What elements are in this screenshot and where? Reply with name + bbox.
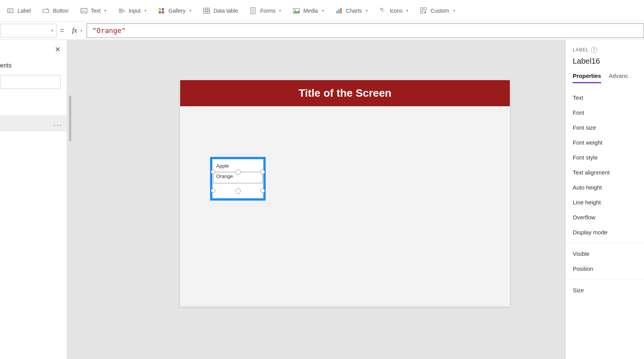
properties-panel: LABEL ? Label16 Properties Advanc Text F… (565, 40, 644, 359)
ribbon-charts[interactable]: Charts ▾ (332, 5, 371, 17)
svg-point-23 (295, 9, 296, 10)
screen-title-label[interactable]: Title of the Screen (180, 80, 510, 106)
ribbon-datatable-text: Data table (214, 8, 238, 14)
media-icon (292, 7, 300, 15)
chevron-down-icon: ▾ (322, 8, 324, 13)
svg-rect-9 (159, 8, 161, 10)
tree-item-selected[interactable]: ... (0, 115, 67, 132)
prop-font[interactable]: Font (573, 105, 644, 120)
svg-rect-11 (159, 11, 161, 13)
fx-label: fx (72, 26, 77, 35)
formula-text: "Orange" (92, 26, 126, 35)
ribbon-input[interactable]: Input ▾ (114, 5, 150, 17)
chevron-down-icon: ▾ (453, 8, 455, 13)
ribbon-gallery[interactable]: Gallery ▾ (154, 5, 195, 17)
tab-properties[interactable]: Properties (573, 72, 601, 83)
panel-tabs: Properties Advanc (573, 72, 644, 83)
control-type-label: LABEL ? (573, 47, 644, 53)
svg-rect-12 (162, 11, 164, 13)
fx-button[interactable]: fx ▾ (67, 26, 87, 35)
close-icon[interactable]: ✕ (55, 45, 61, 54)
ribbon-button-text: Button (53, 8, 68, 14)
gallery-icon (158, 7, 166, 15)
prop-position[interactable]: Position (573, 261, 644, 276)
ribbon-icons-text: Icons (390, 8, 402, 14)
custom-icon (420, 7, 427, 15)
ribbon-text-text: Text (91, 8, 101, 14)
divider (566, 243, 644, 243)
selected-label-control[interactable]: Orange (216, 173, 260, 179)
charts-icon (335, 7, 343, 15)
insert-ribbon: A Label Button Abc Text ▾ Input ▾ Galler… (0, 0, 644, 21)
ribbon-forms[interactable]: Forms ▾ (246, 5, 285, 17)
chevron-down-icon: ▾ (189, 8, 191, 13)
label-icon: A (7, 7, 15, 15)
prop-display-mode[interactable]: Display mode (573, 225, 644, 240)
resize-handle[interactable] (235, 188, 241, 194)
resize-handle[interactable] (260, 170, 265, 174)
svg-point-8 (123, 10, 125, 12)
svg-rect-2 (43, 9, 49, 13)
prop-size[interactable]: Size (573, 283, 644, 298)
resize-handle[interactable] (235, 170, 241, 175)
workspace: ✕ ents ... Title of the Screen Apple (0, 40, 644, 359)
ribbon-media[interactable]: Media ▾ (289, 5, 327, 17)
help-icon[interactable]: ? (591, 47, 597, 53)
ribbon-data-table[interactable]: Data table (199, 5, 242, 17)
app-screen[interactable]: Title of the Screen Apple Orange (180, 80, 510, 306)
data-table-icon (203, 7, 210, 15)
prop-font-size[interactable]: Font size (573, 120, 644, 135)
ribbon-gallery-text: Gallery (169, 8, 186, 14)
ribbon-custom[interactable]: Custom ▾ (416, 5, 458, 17)
canvas[interactable]: Title of the Screen Apple Orange (67, 40, 565, 359)
prop-font-style[interactable]: Font style (573, 150, 644, 165)
ribbon-text[interactable]: Abc Text ▾ (76, 5, 110, 17)
tree-view-panel: ✕ ents ... (0, 40, 67, 359)
resize-handle[interactable] (260, 188, 265, 193)
chevron-down-icon: ▾ (366, 8, 368, 13)
prop-visible[interactable]: Visible (573, 246, 644, 261)
prop-font-weight[interactable]: Font weight (573, 135, 644, 150)
forms-icon (250, 7, 257, 15)
equals-sign: = (57, 26, 67, 35)
ribbon-forms-text: Forms (260, 8, 276, 14)
listbox-control[interactable]: Apple Orange (210, 157, 266, 201)
tree-search-input[interactable] (0, 75, 61, 89)
chevron-down-icon: ▾ (80, 28, 82, 33)
text-icon: Abc (80, 7, 88, 15)
ribbon-charts-text: Charts (346, 8, 362, 14)
screen-title-text: Title of the Screen (299, 87, 391, 99)
prop-overflow[interactable]: Overflow (573, 210, 644, 225)
ribbon-media-text: Media (303, 8, 318, 14)
prop-auto-height[interactable]: Auto height (573, 180, 644, 195)
divider (566, 279, 644, 280)
chevron-down-icon: ▾ (51, 28, 53, 33)
more-icon[interactable]: ... (53, 119, 62, 128)
tree-subtitle: ents (0, 59, 67, 72)
icons-icon (379, 7, 387, 15)
svg-rect-25 (338, 9, 340, 13)
resize-handle[interactable] (211, 188, 215, 193)
prop-text[interactable]: Text (573, 90, 644, 105)
ribbon-custom-text: Custom (430, 8, 449, 14)
svg-text:Abc: Abc (82, 10, 85, 12)
svg-rect-13 (204, 8, 210, 13)
svg-rect-26 (340, 8, 342, 13)
tree-header: ✕ (0, 40, 67, 59)
ribbon-label[interactable]: A Label (3, 5, 34, 17)
tab-advanced[interactable]: Advanc (609, 72, 628, 83)
formula-input[interactable]: "Orange" (87, 23, 644, 38)
ribbon-label-text: Label (18, 8, 31, 14)
resize-handle[interactable] (211, 170, 215, 174)
scrollbar[interactable] (69, 96, 71, 142)
svg-rect-29 (424, 8, 426, 10)
listbox-item[interactable]: Apple (216, 162, 260, 170)
property-selector[interactable]: ▾ (0, 24, 57, 38)
control-name[interactable]: Label16 (573, 57, 644, 66)
ribbon-input-text: Input (128, 8, 140, 14)
prop-text-alignment[interactable]: Text alignment (573, 165, 644, 180)
ribbon-button[interactable]: Button (38, 5, 72, 17)
prop-line-height[interactable]: Line height (573, 195, 644, 210)
ribbon-icons[interactable]: Icons ▾ (375, 5, 412, 17)
svg-rect-24 (337, 11, 338, 13)
